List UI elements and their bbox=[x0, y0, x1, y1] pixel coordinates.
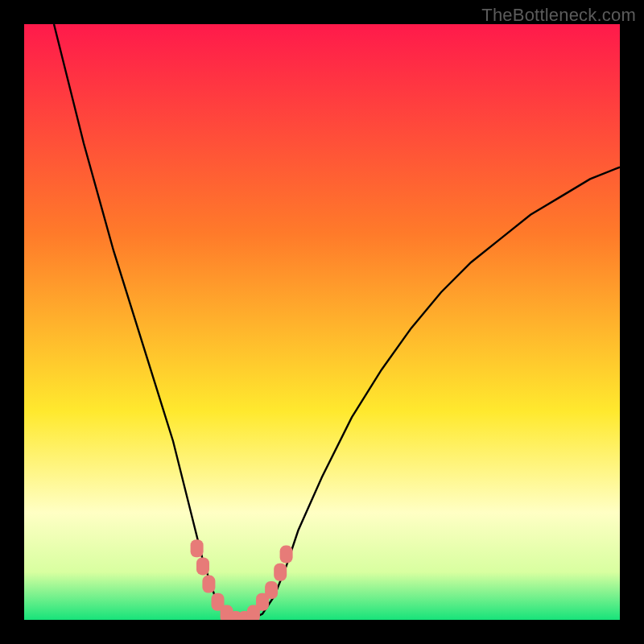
bottleneck-chart bbox=[24, 24, 620, 620]
plot-area bbox=[24, 24, 620, 620]
curve-marker bbox=[280, 546, 293, 564]
curve-marker bbox=[265, 581, 278, 599]
chart-frame: TheBottleneck.com bbox=[0, 0, 644, 644]
attribution-label: TheBottleneck.com bbox=[481, 5, 636, 26]
curve-marker bbox=[196, 557, 209, 575]
curve-marker bbox=[274, 564, 287, 581]
gradient-background bbox=[24, 24, 620, 620]
curve-marker bbox=[202, 576, 215, 593]
curve-marker bbox=[191, 539, 204, 557]
